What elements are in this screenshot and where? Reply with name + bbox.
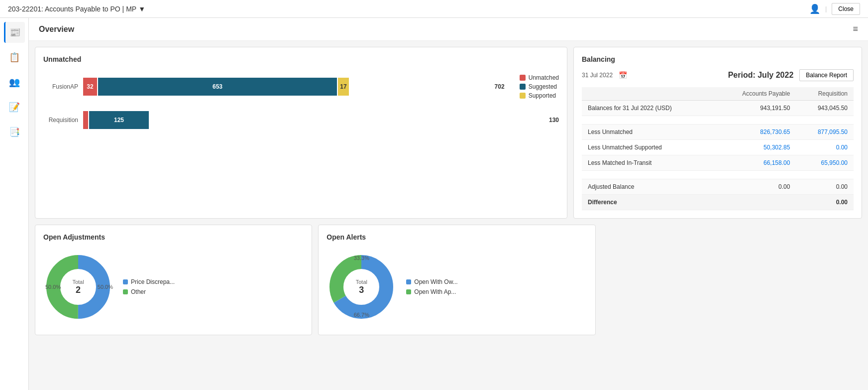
- page-title: 203-22201: Accounts Payable to PO | MP ▼: [8, 5, 145, 13]
- balancing-card: Balancing 31 Jul 2022 📅 Period: July 202…: [573, 47, 862, 219]
- table-cell-label: Less Unmatched Supported: [582, 140, 714, 155]
- table-row: Less Unmatched Supported50,302.850.00: [582, 140, 854, 155]
- bar-container-fusionap: 32 653 17: [83, 78, 492, 96]
- bar-total-fusionap: 702: [495, 83, 505, 90]
- balancing-date-row: 31 Jul 2022 📅 Period: July 2022 Balance …: [582, 69, 854, 81]
- sidebar-item-users[interactable]: 👥: [4, 72, 25, 93]
- adj-donut-center: Total 2: [72, 279, 84, 295]
- legend-suggested: Suggested: [520, 83, 559, 90]
- table-cell-ap: 0.00: [714, 179, 796, 195]
- legend-dot-suggested: [520, 84, 526, 90]
- overview-icon: 📰: [9, 27, 20, 38]
- user-icon[interactable]: 👤: [809, 3, 820, 14]
- main-content: Overview ≡ Unmatched FusionAP 32 653 17: [29, 18, 868, 390]
- table-row: Adjusted Balance0.000.00: [582, 179, 854, 195]
- table-cell-ap: [714, 116, 796, 125]
- open-adjustments-card: Open Adjustments Total 2 50.0%: [35, 225, 312, 335]
- bar-seg-supported-fusionap: 17: [338, 78, 349, 96]
- legend-dot-supported: [520, 93, 526, 99]
- sidebar-item-report[interactable]: 📝: [4, 97, 25, 118]
- adj-legend-dot-2: [123, 289, 128, 294]
- table-row: [582, 171, 854, 179]
- top-bar: 203-22201: Accounts Payable to PO | MP ▼…: [0, 0, 868, 18]
- table-cell-req: 877,095.50: [796, 125, 854, 140]
- alerts-legend-label-2: Open With Ap...: [414, 288, 456, 295]
- table-cell-ap: [714, 171, 796, 179]
- alerts-donut-wrapper: Total 3 33.3% 66.7%: [326, 252, 396, 322]
- bar-seg-unmatched-fusionap: 32: [83, 78, 97, 96]
- table-cell-label: Less Matched In-Transit: [582, 155, 714, 171]
- table-cell-req: 65,950.00: [796, 155, 854, 171]
- cards-top-row: Unmatched FusionAP 32 653 17 702: [29, 41, 868, 225]
- table-cell-ap: 50,302.85: [714, 140, 796, 155]
- alerts-total-text: Total: [356, 279, 367, 285]
- bar-row-fusionap: FusionAP 32 653 17 702 Unmatched: [43, 74, 559, 99]
- table-cell-ap: 826,730.65: [714, 125, 796, 140]
- report-icon: 📝: [9, 102, 20, 113]
- app-layout: 📰 📋 👥 📝 📑 Overview ≡ Unmatched: [0, 18, 868, 390]
- documents-icon: 📑: [9, 127, 20, 137]
- adj-legend-dot-1: [123, 279, 128, 284]
- table-cell-req: [796, 171, 854, 179]
- table-header-row: Accounts Payable Requisition: [582, 87, 854, 101]
- adj-legend: Price Discrepa... Other: [123, 278, 175, 295]
- table-cell-req: 0.00: [796, 140, 854, 155]
- table-row: Balances for 31 Jul 2022 (USD)943,191.50…: [582, 101, 854, 116]
- bar-seg-suggested-fusionap: 653: [98, 78, 337, 96]
- legend-unmatched: Unmatched: [520, 74, 559, 81]
- overview-title: Overview: [39, 25, 74, 34]
- table-row: Less Unmatched826,730.65877,095.50: [582, 125, 854, 140]
- alerts-donut-center: Total 3: [356, 279, 367, 295]
- adj-total-num: 2: [72, 285, 84, 295]
- bar-label-fusionap: FusionAP: [43, 83, 83, 90]
- legend-supported: Supported: [520, 92, 559, 99]
- bar-chart: FusionAP 32 653 17 702 Unmatched: [43, 69, 559, 146]
- table-cell-label: Adjusted Balance: [582, 179, 714, 195]
- legend-label-supported: Supported: [529, 92, 556, 99]
- hamburger-menu[interactable]: ≡: [853, 24, 858, 34]
- alerts-legend-dot-2: [406, 289, 411, 294]
- alerts-legend: Open With Ow... Open With Ap...: [406, 278, 457, 295]
- legend-label-unmatched: Unmatched: [529, 74, 559, 81]
- balance-report-button[interactable]: Balance Report: [799, 69, 854, 81]
- table-cell-label: [582, 171, 714, 179]
- sidebar: 📰 📋 👥 📝 📑: [0, 18, 29, 390]
- sidebar-item-documents[interactable]: 📑: [4, 122, 25, 142]
- users-icon: 👥: [9, 77, 20, 88]
- alerts-pct-bottom: 66.7%: [354, 312, 369, 318]
- alerts-pct-top: 33.3%: [354, 255, 369, 261]
- bar-total-req: 130: [549, 117, 559, 124]
- alerts-legend-dot-1: [406, 279, 411, 284]
- adj-pct-right: 50.0%: [98, 284, 113, 290]
- list-icon: 📋: [9, 52, 20, 63]
- table-cell-label: Difference: [582, 195, 714, 210]
- alerts-total-num: 3: [356, 285, 367, 295]
- bar-seg-suggested-req: 125: [89, 111, 149, 129]
- table-cell-ap: 66,158.00: [714, 155, 796, 171]
- calendar-icon[interactable]: 📅: [619, 71, 627, 79]
- alerts-donut-section: Total 3 33.3% 66.7% Open With Ow...: [326, 247, 587, 327]
- bar-seg-unmatched-req: [83, 111, 88, 129]
- legend-label-suggested: Suggested: [529, 83, 557, 90]
- open-alerts-card: Open Alerts Total 3 33.3% 66.7%: [318, 225, 595, 335]
- balancing-period: Period: July 2022: [728, 71, 794, 80]
- col-header-ap: Accounts Payable: [714, 87, 796, 101]
- dropdown-icon[interactable]: ▼: [138, 5, 145, 13]
- table-row: Less Matched In-Transit66,158.0065,950.0…: [582, 155, 854, 171]
- adj-legend-label-2: Other: [131, 288, 146, 295]
- bar-row-requisition: Requisition 125 130: [43, 111, 559, 129]
- sidebar-item-overview[interactable]: 📰: [4, 22, 25, 43]
- table-cell-label: [582, 116, 714, 125]
- unmatched-card: Unmatched FusionAP 32 653 17 702: [35, 47, 567, 219]
- adj-pct-left: 50.0%: [45, 284, 61, 290]
- title-text: 203-22201: Accounts Payable to PO | MP: [8, 5, 136, 13]
- open-adj-title: Open Adjustments: [43, 233, 304, 241]
- bar-label-requisition: Requisition: [43, 117, 83, 124]
- close-button[interactable]: Close: [832, 3, 860, 15]
- cards-bottom-row: Open Adjustments Total 2 50.0%: [29, 225, 868, 341]
- adj-total-text: Total: [72, 279, 84, 285]
- chart-legend: Unmatched Suggested Supported: [520, 74, 559, 99]
- sidebar-item-list[interactable]: 📋: [4, 47, 25, 68]
- alerts-legend-label-1: Open With Ow...: [414, 278, 457, 285]
- adj-legend-item-2: Other: [123, 288, 175, 295]
